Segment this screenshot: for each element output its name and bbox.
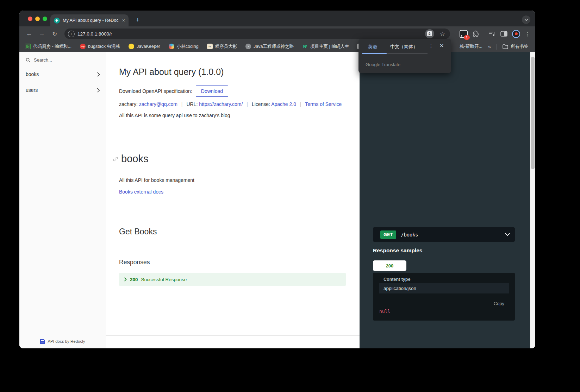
- expand-chevron-icon: [124, 277, 127, 282]
- redocly-attribution[interactable]: API docs by Redocly: [19, 334, 106, 348]
- scrollbar-thumb[interactable]: [531, 57, 535, 169]
- endpoint-dropdown[interactable]: GET /books: [373, 227, 515, 242]
- bookmarks-divider: [497, 44, 497, 50]
- content-type-label: Content type: [383, 277, 410, 282]
- contact-owner-label: zachary:: [119, 101, 138, 107]
- responses-heading: Responses: [119, 259, 150, 266]
- bookmark-favicon: ㅂ: [207, 44, 213, 49]
- bookmark-item[interactable]: W 项目主页 | 编码人生: [302, 44, 349, 50]
- bookmark-favicon: [129, 44, 134, 49]
- reload-button[interactable]: ↻: [50, 29, 60, 39]
- bookmark-favicon: [169, 44, 174, 49]
- chrome-menu-icon[interactable]: ⋮: [525, 31, 530, 37]
- extensions-puzzle-icon[interactable]: [472, 30, 479, 37]
- bookmark-item[interactable]: 小林coding: [169, 44, 199, 50]
- http-method-badge: GET: [380, 230, 396, 239]
- fastapi-favicon-icon: [54, 18, 60, 24]
- books-section-title: books: [121, 153, 148, 165]
- all-bookmarks-button[interactable]: 所有书签: [503, 44, 528, 50]
- endpoint-path: /books: [401, 232, 500, 238]
- api-contact-line: zachary: zachary@qq.com | URL: https://z…: [119, 101, 342, 107]
- profile-avatar[interactable]: [512, 30, 520, 38]
- extension-shortcut-icon[interactable]: 1: [460, 30, 468, 38]
- books-external-docs-link[interactable]: Books external docs: [119, 189, 163, 195]
- download-button[interactable]: Download: [196, 86, 228, 97]
- chevron-right-icon: [97, 88, 100, 93]
- bookmark-favicon: 厨: [25, 44, 31, 49]
- content-type-select[interactable]: application/json: [379, 283, 509, 293]
- media-playlist-icon[interactable]: [489, 31, 496, 37]
- tab-search-button[interactable]: [522, 15, 530, 24]
- contact-url-link[interactable]: https://zachary.com/: [199, 101, 243, 107]
- bookmark-favicon: bug: [80, 44, 86, 49]
- response-200-row[interactable]: 200 Successful Response: [119, 273, 346, 286]
- url-text[interactable]: 127.0.0.1:8000/r: [77, 31, 422, 37]
- extension-badge: 1: [464, 35, 470, 40]
- api-title: My API about query (1.0.0): [119, 67, 224, 77]
- bookmark-item-truncated[interactable]: 栈-帮助开...: [460, 44, 482, 50]
- bookmarks-overflow-icon[interactable]: »: [488, 44, 491, 50]
- translate-icon[interactable]: 文: [425, 29, 434, 38]
- terms-of-service-link[interactable]: Terms of Service: [305, 101, 342, 107]
- bookmark-item[interactable]: 厨 代码厨房 - 编程和...: [25, 44, 71, 50]
- response-code: 200: [130, 277, 138, 282]
- section-divider: [106, 335, 360, 336]
- chevron-right-icon: [97, 72, 100, 77]
- search-icon: [26, 58, 30, 62]
- translate-active-tab-indicator: [362, 53, 387, 54]
- browser-window: My API about query - ReDoc × + ← → ↻ i 1…: [19, 11, 535, 348]
- contact-email-link[interactable]: zachary@qq.com: [139, 101, 177, 107]
- page-scrollbar[interactable]: [530, 52, 535, 348]
- license-link[interactable]: Apache 2.0: [271, 101, 296, 107]
- new-tab-button[interactable]: +: [133, 15, 143, 25]
- translate-source-tab[interactable]: 英语: [368, 44, 377, 50]
- license-label: License:: [252, 101, 270, 107]
- bookmark-item[interactable]: ㅂ 程序员大彬: [207, 44, 237, 50]
- books-section-description: All this API for books management: [119, 177, 194, 183]
- traffic-close-button[interactable]: [28, 17, 32, 21]
- forward-button[interactable]: →: [37, 29, 47, 39]
- redocly-logo-icon: [40, 339, 45, 344]
- search-input[interactable]: [33, 57, 87, 63]
- toolbar-divider: [484, 31, 484, 37]
- operation-title: Get Books: [119, 227, 157, 236]
- sample-tab-200[interactable]: 200: [373, 260, 406, 271]
- bookmarks-bar: 厨 代码厨房 - 编程和... bug bugstack 虫洞栈 JavaKee…: [19, 41, 535, 52]
- bookmark-star-icon[interactable]: ☆: [440, 30, 445, 38]
- traffic-zoom-button[interactable]: [43, 17, 47, 21]
- bookmark-item[interactable]: bug bugstack 虫洞栈: [80, 44, 120, 50]
- folder-icon: [503, 44, 508, 49]
- page-content: books users API docs by Redocly My API a…: [19, 52, 535, 348]
- api-description: All this API is some query api use to za…: [119, 113, 230, 118]
- browser-toolbar: ← → ↻ i 127.0.0.1:8000/r 文 ☆ 1: [19, 26, 535, 41]
- sidebar-item-books[interactable]: books: [19, 68, 106, 80]
- translate-target-tab[interactable]: 中文（简体）: [390, 44, 418, 50]
- side-panel-icon[interactable]: [500, 31, 507, 37]
- response-samples-heading: Response samples: [373, 247, 422, 254]
- response-message: Successful Response: [141, 277, 187, 282]
- bookmark-item[interactable]: ◔ Java工程师成神之路: [245, 44, 294, 50]
- sidebar-item-users[interactable]: users: [19, 84, 106, 96]
- back-button[interactable]: ←: [24, 29, 34, 39]
- samples-panel: GET /books Response samples 200 Content …: [360, 52, 530, 348]
- google-translate-popup: 英语 中文（简体） ⋮ ✕ Google Translate: [358, 39, 451, 73]
- bookmark-favicon: ◔: [245, 44, 251, 49]
- site-info-icon[interactable]: i: [68, 31, 75, 37]
- bookmark-favicon: W: [302, 44, 308, 49]
- download-spec-label: Download OpenAPI specification:: [119, 88, 192, 94]
- active-tab[interactable]: My API about query - ReDoc ×: [50, 14, 129, 26]
- traffic-minimize-button[interactable]: [35, 17, 40, 21]
- sidebar-search[interactable]: [26, 55, 100, 65]
- tab-title: My API about query - ReDoc: [63, 18, 119, 23]
- sample-code-panel: Content type application/json Copy null: [373, 273, 515, 321]
- address-bar[interactable]: i 127.0.0.1:8000/r 文 ☆: [64, 29, 450, 39]
- chevron-down-icon: [505, 233, 510, 236]
- api-doc-main: My API about query (1.0.0) Download Open…: [106, 52, 360, 348]
- translate-close-icon[interactable]: ✕: [439, 43, 444, 49]
- contact-url-label: URL:: [186, 101, 198, 107]
- section-anchor-icon[interactable]: [113, 156, 118, 162]
- tab-close-icon[interactable]: ×: [122, 18, 125, 23]
- copy-button[interactable]: Copy: [494, 301, 504, 306]
- translate-options-icon[interactable]: ⋮: [429, 43, 434, 49]
- bookmark-item[interactable]: JavaKeeper: [129, 44, 160, 49]
